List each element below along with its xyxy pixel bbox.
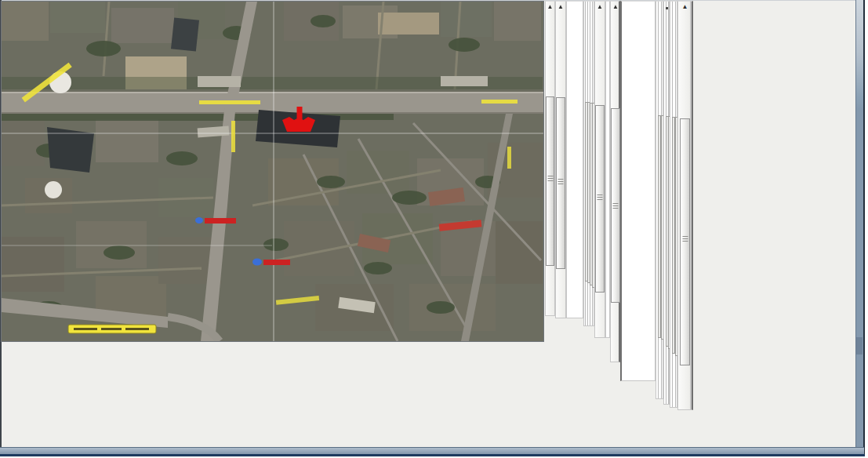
scroll-up-arrow-icon[interactable]: ▲ [546,3,554,11]
satellite-map[interactable] [2,2,543,341]
scrollbar-thumb[interactable] [546,96,554,266]
panel-strip [691,1,693,410]
scrollbar-grip-icon [558,179,564,186]
scrollbar-grip-icon [547,176,553,183]
scrollbar-grip-icon [613,203,619,210]
dome-building [45,181,62,198]
metro-station-icon [252,259,262,266]
panel-strip [656,1,663,399]
scrollbar-thumb[interactable] [556,97,565,269]
panel-strip: ▲ [677,1,691,410]
panel-strip: ▲ [610,1,620,362]
metro-station-icon [195,217,203,224]
scroll-up-arrow-icon[interactable]: ▲ [595,3,605,11]
garden-ring-road [2,92,543,114]
panel-strip [620,1,656,381]
scrollbar-grip-icon [597,194,603,202]
panel-strip [663,1,670,405]
scroll-up-arrow-icon[interactable]: ▲ [556,3,565,11]
scroll-up-arrow-icon[interactable]: ▲ [680,3,690,11]
window-frame-bottom-edge [0,454,865,456]
scrollbar-thumb[interactable] [611,108,620,303]
window-border-right [855,0,865,454]
window-border-top [0,0,864,1]
window-border-right-shade [856,337,863,354]
scrollbar-thumb[interactable] [595,105,605,293]
degenerate-arrow-dot [666,7,668,9]
panel-strip [566,1,583,318]
panel-strip [670,1,677,408]
application-window: ▲▲▲▲▲ [0,0,868,458]
scrollbar-thumb[interactable] [680,118,690,365]
panel-strip [583,1,594,326]
panel-strip: ▲ [594,1,605,338]
scroll-up-arrow-icon[interactable]: ▲ [611,3,620,11]
street-banner [68,325,156,333]
construction-site [378,13,439,35]
panel-strip: ▲ [545,1,555,316]
scrollbar-grip-icon [682,236,688,243]
panel-strip: ▲ [555,1,566,318]
